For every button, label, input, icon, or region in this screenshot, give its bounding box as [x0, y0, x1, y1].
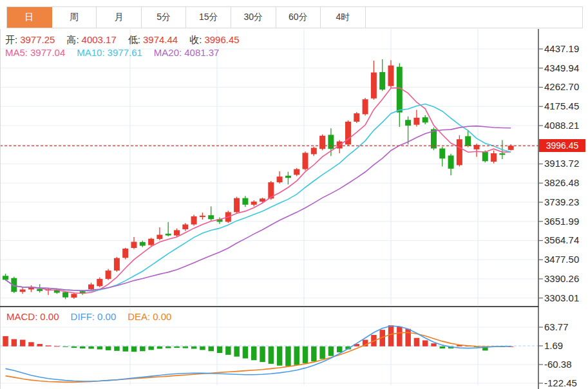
header-value: 4081.37 [184, 47, 219, 58]
macd-hist-bar [183, 346, 189, 348]
macd-axis-label: -122.45 [544, 377, 577, 388]
candle-body [311, 148, 317, 155]
header-value: 3974.44 [143, 34, 178, 45]
candle-body [448, 155, 454, 168]
macd-hist-bar [217, 346, 223, 353]
macd-hist-bar [131, 346, 137, 352]
candle-body [114, 258, 120, 270]
candle-body [97, 279, 102, 286]
macd-hist-bar [191, 346, 197, 349]
header-value: 0.00 [40, 311, 59, 322]
candle-body [148, 239, 154, 245]
macd-hist-bar [388, 325, 394, 346]
header-label: 低: [128, 34, 140, 45]
header-value: 0.00 [97, 311, 116, 322]
macd-hist-bar [200, 346, 205, 350]
candle-body [499, 153, 505, 155]
price-axis-label: 3739.23 [544, 196, 579, 207]
macd-hist-bar [285, 346, 291, 366]
header-item: 低:3974.44 [128, 34, 180, 45]
candle-body [354, 113, 359, 122]
macd-hist-bar [80, 346, 86, 348]
macd-hist-bar [234, 346, 240, 357]
candle-body [439, 149, 445, 159]
kline-chart-app: 日周月5分15分30分60分4时 开:3977.25高:4003.17低:397… [0, 0, 588, 389]
macd-hist-bar [294, 346, 300, 365]
header-label: DIFF: [71, 311, 95, 322]
candle-body [166, 234, 171, 236]
price-axis-label: 4262.70 [544, 81, 579, 92]
ma-summary: MA5:3977.04MA10:3977.61MA20:4081.37 [5, 47, 231, 58]
candle-body [3, 276, 8, 280]
candle-body [208, 215, 214, 219]
candle-body [156, 235, 162, 239]
candle-body [37, 289, 43, 290]
candle-body [508, 146, 514, 150]
candle-body [405, 120, 411, 126]
header-value: 3977.61 [108, 47, 142, 58]
macd-hist-bar [303, 346, 308, 363]
macd-hist-bar [123, 346, 129, 352]
chart-canvas[interactable] [0, 0, 588, 389]
macd-hist-bar [319, 346, 325, 359]
price-axis-label: 3651.99 [544, 216, 579, 227]
header-label: 收: [189, 34, 202, 45]
tab-month[interactable]: 月 [97, 7, 142, 28]
macd-hist-bar [54, 346, 60, 346]
ohlc-summary: 开:3977.25高:4003.17低:3974.44收:3996.45 [5, 34, 251, 46]
candle-body [251, 202, 257, 205]
macd-axis-label: 1.69 [544, 340, 563, 351]
ma5-line [6, 88, 511, 293]
macd-hist-bar [209, 346, 214, 351]
macd-hist-bar [277, 346, 283, 366]
last-price-tag: 3996.45 [539, 139, 585, 152]
tab-4hour[interactable]: 4时 [321, 7, 366, 28]
macd-hist-bar [269, 346, 274, 364]
candle-body [319, 136, 325, 149]
candle-body [482, 152, 488, 161]
tab-60min[interactable]: 60分 [276, 7, 321, 28]
macd-hist-bar [166, 346, 171, 348]
candle-body [465, 136, 471, 146]
header-item: 收:3996.45 [189, 34, 242, 45]
macd-hist-bar [311, 346, 317, 361]
candle-body [106, 270, 111, 279]
header-item: MACD:0.00 [6, 311, 62, 322]
macd-hist-bar [397, 327, 403, 346]
candle-body [277, 176, 283, 182]
candle-body [122, 249, 128, 258]
diff-line [6, 326, 511, 381]
macd-axis-label: 63.77 [544, 321, 569, 332]
price-axis-label: 3390.26 [544, 273, 579, 284]
macd-hist-bar [414, 338, 420, 346]
macd-hist-bar [106, 346, 111, 350]
header-label: MA5: [5, 47, 28, 58]
price-axis-label: 3303.01 [544, 292, 579, 303]
macd-hist-bar [174, 346, 180, 348]
price-axis-label: 3477.50 [544, 254, 579, 265]
candle-body [131, 242, 137, 248]
candle-body [191, 216, 197, 225]
price-axis-label: 3913.72 [544, 158, 579, 169]
tab-5min[interactable]: 5分 [142, 7, 187, 28]
tab-15min[interactable]: 15分 [186, 7, 231, 28]
macd-axis-label: -60.38 [544, 359, 572, 370]
tab-week[interactable]: 周 [52, 7, 97, 28]
macd-hist-bar [440, 346, 446, 348]
header-value: 3977.25 [20, 34, 55, 45]
macd-summary: MACD:0.00DIFF:0.00DEA:0.00 [6, 311, 183, 322]
macd-hist-bar [88, 346, 94, 349]
candle-body [182, 225, 188, 230]
macd-hist-bar [37, 344, 43, 346]
candle-body [174, 230, 180, 235]
macd-hist-bar [71, 346, 77, 348]
candle-body [388, 66, 394, 86]
header-item: DIFF:0.00 [71, 311, 119, 322]
macd-hist-bar [148, 346, 154, 350]
candle-body [88, 285, 94, 290]
header-item: 开:3977.25 [5, 34, 57, 45]
tab-30min[interactable]: 30分 [231, 7, 276, 28]
header-label: MACD: [6, 311, 37, 322]
macd-hist-bar [337, 346, 343, 352]
tab-day[interactable]: 日 [7, 7, 52, 28]
